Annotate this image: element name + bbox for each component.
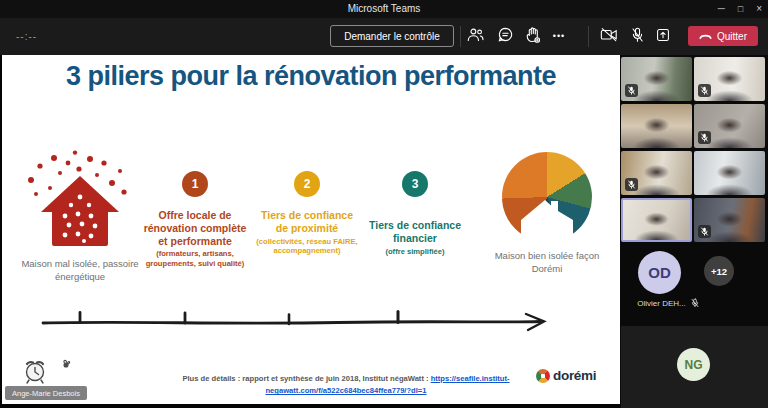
participant-name: Olivier DEH... xyxy=(637,299,685,308)
doremi-brand-name: dorémi xyxy=(553,368,596,383)
share-screen-button[interactable] xyxy=(650,23,676,49)
share-screen-icon xyxy=(656,28,670,45)
bad-house-item: Maison mal isolée, passoire énergétique xyxy=(16,150,144,284)
pillar-1-title: Offre locale de rénovation complète et p… xyxy=(142,209,248,247)
presenter-name-tag: Ange-Marie Desbois xyxy=(5,386,87,400)
participant-video xyxy=(694,151,765,195)
slide-title: 3 piliers pour la rénovation performante xyxy=(51,61,571,92)
toolbar-divider xyxy=(588,26,589,47)
request-control-button[interactable]: Demander le contrôle xyxy=(330,25,454,47)
maximize-button[interactable]: □ xyxy=(738,5,743,14)
leaky-house-icon xyxy=(19,232,141,249)
mic-muted-icon xyxy=(691,294,699,312)
pillar-2: 2 Tiers de confiance de proximité (colle… xyxy=(254,171,360,256)
pillar-2-subtitle: (collectivités, réseau FAIRE, accompagne… xyxy=(254,237,360,257)
video-grid xyxy=(621,57,765,242)
doodle-fly-drawing xyxy=(60,355,72,373)
window-controls: ─ □ × xyxy=(718,0,762,18)
raise-hand-button[interactable] xyxy=(520,23,546,49)
mic-toggle-button[interactable] xyxy=(624,23,650,49)
video-tile-ng[interactable]: NG xyxy=(621,326,768,408)
doremi-house-logo-icon xyxy=(502,152,592,242)
camera-off-icon xyxy=(600,27,618,45)
pillar-1-subtitle: (formateurs, artisans, groupements, suiv… xyxy=(142,249,248,269)
doremi-pinwheel-icon xyxy=(536,369,550,383)
doodle-alarm-clock-drawing xyxy=(22,355,48,389)
avatar-ng: NG xyxy=(677,348,710,381)
pillar-3-number: 3 xyxy=(402,171,428,197)
pillar-1-number: 1 xyxy=(182,171,208,197)
pillar-2-number: 2 xyxy=(294,171,320,197)
window-title: Microsoft Teams xyxy=(0,3,768,14)
hangup-icon xyxy=(699,31,712,42)
timeline-arrow xyxy=(38,307,554,339)
video-tile[interactable] xyxy=(694,104,765,148)
slide-doodles xyxy=(22,355,72,389)
video-tile[interactable] xyxy=(694,151,765,195)
quit-label: Quitter xyxy=(717,31,747,42)
close-button[interactable]: × xyxy=(756,4,762,14)
participant-name-row: Olivier DEH... xyxy=(620,294,716,312)
video-tile[interactable] xyxy=(621,57,692,101)
good-house-label: Maison bien isolée façon Dorémi xyxy=(483,250,611,276)
mic-off-icon xyxy=(631,27,644,46)
call-timer: --:-- xyxy=(16,31,37,42)
pillar-3: 3 Tiers de confiance financier (offre si… xyxy=(362,171,468,256)
pillar-2-title: Tiers de confiance de proximité xyxy=(254,209,360,235)
video-tile[interactable] xyxy=(621,151,692,195)
pillar-3-title: Tiers de confiance financier xyxy=(362,219,468,245)
participant-video xyxy=(621,104,692,148)
overflow-count: +12 xyxy=(711,266,727,277)
good-house-item: Maison bien isolée façon Dorémi xyxy=(483,150,611,276)
titlebar: Microsoft Teams ─ □ × xyxy=(0,0,768,18)
video-tile[interactable] xyxy=(694,57,765,101)
footer-text: Plus de détails : rapport et synthèse de… xyxy=(182,374,430,383)
pillar-3-subtitle: (offre simplifiée) xyxy=(362,247,468,257)
quit-button[interactable]: Quitter xyxy=(688,26,758,46)
mic-muted-icon xyxy=(625,84,638,97)
camera-toggle-button[interactable] xyxy=(596,23,622,49)
video-tile[interactable] xyxy=(621,104,692,148)
doremi-wordmark: dorémi xyxy=(536,368,596,383)
video-tile-active-speaker[interactable] xyxy=(621,198,692,242)
chat-button[interactable] xyxy=(492,23,518,49)
raise-hand-icon xyxy=(526,27,540,46)
video-tile[interactable] xyxy=(694,198,765,242)
more-options-button[interactable]: ••• xyxy=(546,23,572,49)
participant-video xyxy=(623,200,690,240)
pillar-1: 1 Offre locale de rénovation complète et… xyxy=(142,171,248,269)
avatar-initials: OD xyxy=(648,264,671,281)
teams-window: Microsoft Teams ─ □ × --:-- Demander le … xyxy=(0,0,768,408)
mic-muted-icon xyxy=(698,84,711,97)
overflow-participants-badge[interactable]: +12 xyxy=(704,256,734,286)
shared-presentation-slide: 3 piliers pour la rénovation performante xyxy=(2,55,620,404)
minimize-button[interactable]: ─ xyxy=(718,4,725,14)
toolbar-divider xyxy=(460,26,461,47)
bad-house-label: Maison mal isolée, passoire énergétique xyxy=(16,258,144,284)
slide-footer-note: Plus de détails : rapport et synthèse de… xyxy=(160,373,532,397)
participants-button[interactable] xyxy=(462,23,488,49)
participants-sidebar: OD +12 Olivier DEH... NG xyxy=(620,55,768,408)
mic-muted-icon xyxy=(698,225,711,238)
more-icon: ••• xyxy=(553,31,565,41)
mic-muted-icon xyxy=(698,131,711,144)
avatar-initials: NG xyxy=(685,358,703,372)
chat-icon xyxy=(498,27,513,45)
call-toolbar: --:-- Demander le contrôle xyxy=(0,18,768,55)
mic-muted-icon xyxy=(625,178,638,191)
participants-icon xyxy=(467,27,484,45)
avatar-od[interactable]: OD xyxy=(638,251,681,294)
